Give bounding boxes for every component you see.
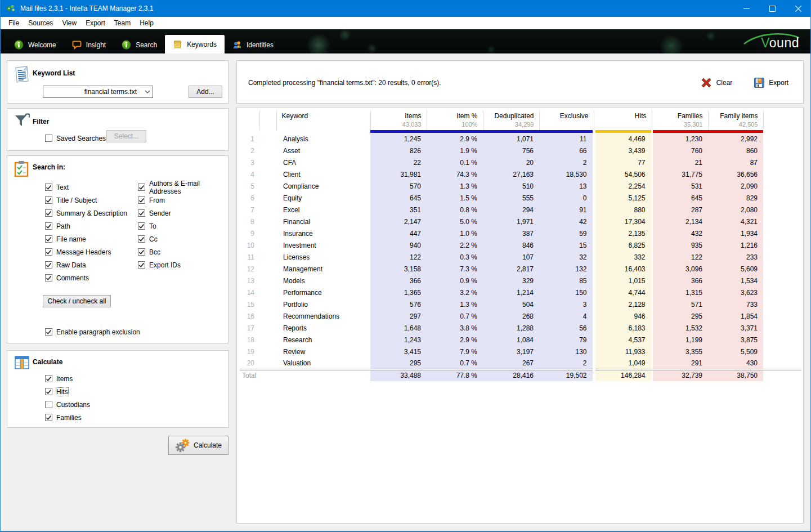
value-cell: 2,090	[708, 180, 763, 192]
column-header-items[interactable]: Items43,033	[370, 110, 427, 130]
table-row[interactable]: 15Portfolio5761.3 %50432,128571733	[240, 298, 801, 310]
value-cell: 2,128	[594, 298, 652, 310]
table-row[interactable]: 20Valuation2950.7 %26721,049291430	[240, 357, 801, 369]
value-cell: 5,509	[708, 346, 763, 357]
value-cell: 32	[539, 251, 594, 263]
value-cell: 11	[539, 133, 594, 145]
value-cell: 122	[652, 251, 708, 263]
column-header-item[interactable]: Item %100%	[427, 110, 483, 130]
checkbox-path[interactable]	[45, 222, 52, 230]
tab-keywords[interactable]: Keywords	[165, 35, 225, 53]
checkbox-text[interactable]	[45, 184, 52, 191]
checkbox-families[interactable]	[45, 414, 52, 421]
table-row[interactable]: 9Insurance4471.0 %387592,1354321,934	[240, 227, 801, 239]
checkbox-label: Raw Data	[56, 261, 86, 269]
keyword-cell: Client	[276, 168, 370, 180]
table-row[interactable]: 3CFA220.1 %202772187	[240, 157, 801, 168]
checkbox-summary-description[interactable]	[45, 209, 52, 217]
table-row[interactable]: 17Reports1,6483.8 %1,288566,1831,5323,37…	[240, 322, 801, 334]
checkbox-raw-data[interactable]	[45, 261, 52, 269]
checkbox-from[interactable]	[138, 196, 145, 204]
add-keyword-list-button[interactable]: Add...	[189, 86, 222, 98]
row-number: 5	[240, 180, 259, 192]
value-cell: 268	[483, 310, 539, 322]
table-row[interactable]: 5Compliance5701.3 %510132,2545312,090	[240, 180, 801, 192]
checkbox-label: Bcc	[149, 248, 160, 256]
value-cell: 11,933	[594, 346, 652, 357]
tab-identities[interactable]: Identities	[225, 36, 281, 53]
value-cell: 826	[370, 145, 427, 157]
export-button[interactable]: Export	[754, 77, 788, 88]
keyword-list-icon	[14, 65, 30, 83]
checkbox-row: Custodians	[45, 398, 90, 411]
keyword-list-select[interactable]: financial terms.txt	[43, 86, 153, 98]
value-cell: 3	[539, 298, 594, 310]
row-filler	[763, 204, 801, 216]
value-cell: 880	[594, 204, 652, 216]
checkbox-saved-searches[interactable]	[45, 135, 52, 142]
table-row[interactable]: 14Performance1,3653.2 %1,2141504,7441,31…	[240, 287, 801, 298]
table-row[interactable]: 11Licenses1220.3 %10732332122233	[240, 251, 801, 263]
menu-view[interactable]: View	[57, 17, 81, 29]
menu-team[interactable]: Team	[110, 17, 135, 29]
checkbox-label: Sender	[149, 209, 171, 217]
checkbox-custodians[interactable]	[45, 401, 52, 408]
menu-export[interactable]: Export	[81, 17, 110, 29]
checkbox-authors-e-mail-addresses[interactable]	[138, 184, 145, 191]
check-uncheck-all-button[interactable]: Check / uncheck all	[43, 295, 111, 307]
table-row[interactable]: 18Research1,2432.9 %1,084794,5371,1993,8…	[240, 334, 801, 346]
value-cell: 2,080	[708, 204, 763, 216]
table-row[interactable]: 6Equity6451.5 %55505,125645829	[240, 192, 801, 204]
checkbox-hits[interactable]	[45, 388, 52, 395]
table-row[interactable]: 10Investment9402.2 %846156,8259351,216	[240, 239, 801, 251]
value-cell: 860	[708, 145, 763, 157]
clear-button[interactable]: Clear	[700, 77, 733, 89]
table-row[interactable]: 16Recommendations2970.7 %26849462951,854	[240, 310, 801, 322]
value-cell: 2.9 %	[427, 133, 483, 145]
checkbox-bcc[interactable]	[138, 248, 145, 256]
checkbox-export-ids[interactable]	[138, 261, 145, 269]
table-row[interactable]: 13Models3660.9 %329851,0153661,534	[240, 275, 801, 287]
column-header-family-items[interactable]: Family items42,505	[708, 110, 763, 130]
value-cell: 935	[652, 239, 708, 251]
value-cell: 447	[370, 227, 427, 239]
table-row[interactable]: 19Review3,4157.9 %3,19713011,9333,3555,5…	[240, 346, 801, 357]
checkbox-items[interactable]	[45, 375, 52, 382]
checkbox-message-headers[interactable]	[45, 248, 52, 256]
select-saved-searches-button[interactable]: Select...	[106, 130, 146, 142]
calculate-button[interactable]: Calculate	[168, 436, 228, 455]
column-header-families[interactable]: Families35,301	[652, 110, 708, 130]
tab-search[interactable]: Search	[114, 36, 165, 53]
menu-help[interactable]: Help	[135, 17, 158, 29]
close-button[interactable]	[785, 0, 811, 17]
checkbox-sender[interactable]	[138, 209, 145, 217]
checkbox-comments[interactable]	[45, 274, 52, 281]
checkbox-cc[interactable]	[138, 235, 145, 243]
table-row[interactable]: 2Asset8261.9 %756663,439760860	[240, 145, 801, 157]
checkbox-to[interactable]	[138, 222, 145, 230]
column-header-hits[interactable]: Hits	[594, 110, 652, 130]
keyword-cell: Performance	[276, 287, 370, 298]
maximize-button[interactable]	[759, 0, 785, 17]
checkbox-title-subject[interactable]	[45, 196, 52, 204]
table-row[interactable]: 12Management3,1587.3 %2,81713216,4033,09…	[240, 263, 801, 275]
minimize-button[interactable]	[733, 0, 759, 17]
tab-welcome[interactable]: Welcome	[6, 36, 64, 53]
column-header-deduplicated[interactable]: Deduplicated34,299	[483, 110, 539, 130]
tab-insight[interactable]: Insight	[64, 36, 114, 53]
menu-sources[interactable]: Sources	[24, 17, 57, 29]
value-cell: 555	[483, 192, 539, 204]
checkbox-file-name[interactable]	[45, 235, 52, 243]
table-row[interactable]: 1Analysis1,2452.9 %1,071114,4691,2302,99…	[240, 133, 801, 145]
menu-file[interactable]: File	[4, 17, 24, 29]
column-header-exclusive[interactable]: Exclusive	[539, 110, 594, 130]
table-row[interactable]: 7Excel3510.8 %294918802872,080	[240, 204, 801, 216]
column-header-keyword[interactable]: Keyword	[276, 110, 370, 130]
checkbox-enable-paragraph-exclusion[interactable]	[45, 328, 52, 336]
table-row[interactable]: 4Client31,98174.3 %27,16318,53054,50631,…	[240, 168, 801, 180]
value-cell: 2,134	[652, 216, 708, 227]
row-number: 16	[240, 310, 259, 322]
table-row[interactable]: 8Financial2,1475.0 %1,9714217,3042,1344,…	[240, 216, 801, 227]
saved-searches-label: Saved Searches	[56, 135, 106, 142]
checkbox-row: Text	[45, 181, 127, 194]
